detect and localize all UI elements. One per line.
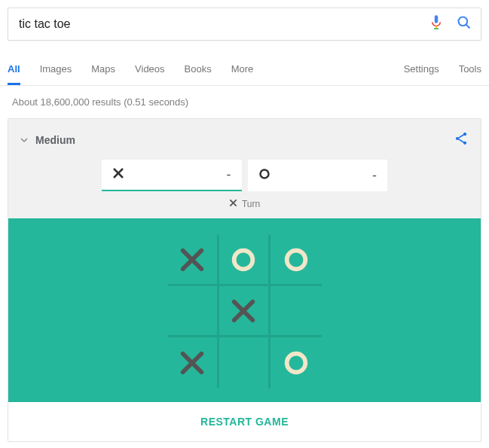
board-cell-2-2[interactable] <box>270 337 322 389</box>
tab-settings[interactable]: Settings <box>404 54 439 85</box>
svg-rect-0 <box>435 15 439 23</box>
tic-tac-toe-card: Medium - <box>8 118 481 442</box>
svg-point-3 <box>459 17 468 26</box>
svg-line-4 <box>466 25 470 29</box>
feedback-link[interactable]: Feedback <box>0 442 489 448</box>
board-cell-2-1[interactable] <box>219 337 270 389</box>
game-board <box>168 235 322 389</box>
tab-images[interactable]: Images <box>40 54 72 85</box>
x-mark-icon <box>112 166 124 183</box>
svg-line-9 <box>459 139 464 142</box>
svg-line-8 <box>459 135 464 138</box>
search-bar <box>8 8 481 41</box>
turn-indicator: Turn <box>20 199 469 209</box>
tab-maps[interactable]: Maps <box>91 54 115 85</box>
board-cell-0-0[interactable] <box>168 235 219 286</box>
tab-videos[interactable]: Videos <box>135 54 165 85</box>
board-cell-1-2[interactable] <box>270 286 322 337</box>
tab-all[interactable]: All <box>8 54 20 85</box>
difficulty-label: Medium <box>35 134 75 146</box>
svg-point-18 <box>286 250 305 269</box>
score-row: - - <box>20 160 469 191</box>
search-input[interactable] <box>17 17 416 32</box>
result-stats: About 18,600,000 results (0.51 seconds) <box>0 86 489 118</box>
o-mark-icon <box>258 167 270 184</box>
tab-tools[interactable]: Tools <box>459 54 481 85</box>
difficulty-selector[interactable]: Medium <box>20 134 75 146</box>
board-cell-0-1[interactable] <box>219 235 270 286</box>
board-cell-1-0[interactable] <box>168 286 219 337</box>
x-score: - <box>227 167 231 183</box>
board-cell-2-0[interactable] <box>168 337 219 389</box>
svg-point-23 <box>286 354 305 373</box>
svg-point-17 <box>234 250 253 269</box>
card-header: Medium - <box>8 119 481 218</box>
turn-mark-icon <box>229 199 237 209</box>
share-icon[interactable] <box>454 131 469 149</box>
o-score: - <box>372 168 377 184</box>
turn-label: Turn <box>242 199 260 209</box>
chevron-down-icon <box>20 134 28 146</box>
board-cell-0-2[interactable] <box>270 235 322 286</box>
score-box-x: - <box>102 160 242 191</box>
search-icon[interactable] <box>457 15 472 33</box>
board-cell-1-1[interactable] <box>219 286 270 337</box>
tab-more[interactable]: More <box>231 54 254 85</box>
restart-button[interactable]: RESTART GAME <box>8 402 481 441</box>
search-tabs: All Images Maps Videos Books More Settin… <box>0 54 489 86</box>
tab-books[interactable]: Books <box>185 54 212 85</box>
score-box-o: - <box>248 160 388 191</box>
svg-point-12 <box>260 170 268 178</box>
voice-search-icon[interactable] <box>429 14 443 34</box>
game-board-container <box>8 218 481 402</box>
